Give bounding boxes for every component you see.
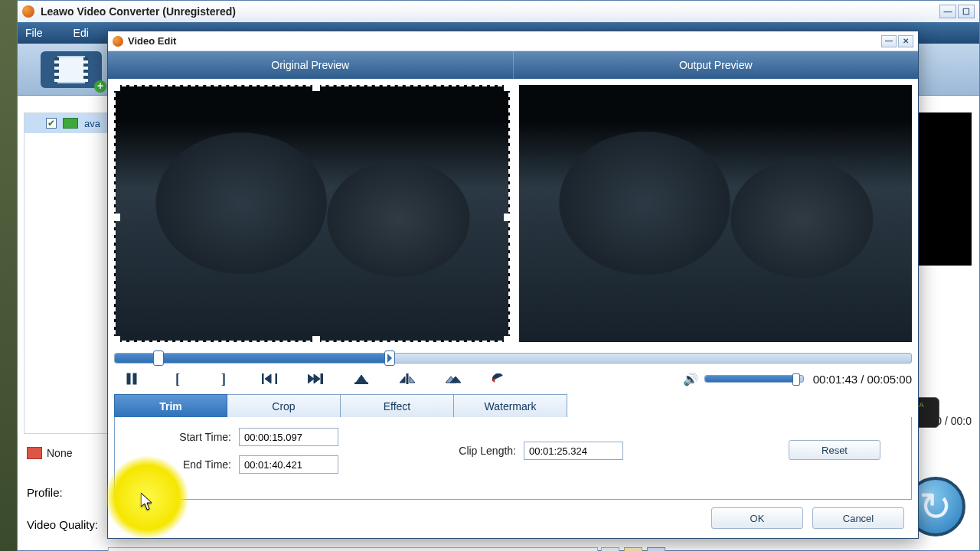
thumbnail-icon (63, 118, 78, 129)
app-title: Leawo Video Converter (Unregistered) (41, 5, 236, 18)
maximize-button[interactable]: ☐ (958, 5, 975, 18)
crop-handle[interactable] (113, 83, 120, 91)
crop-handle[interactable] (312, 83, 320, 91)
end-time-input[interactable] (239, 455, 338, 474)
original-preview-label: Original Preview (108, 51, 513, 79)
minimize-button[interactable]: — (939, 5, 956, 18)
original-preview[interactable] (114, 85, 510, 342)
menu-file[interactable]: File (25, 27, 43, 39)
video-frame (116, 86, 508, 341)
output-preview-label: Output Preview (513, 51, 919, 79)
video-quality-label: Video Quality: (27, 518, 98, 531)
svg-rect-4 (276, 373, 277, 384)
svg-marker-10 (400, 377, 405, 383)
svg-rect-7 (321, 373, 323, 384)
svg-marker-6 (314, 374, 320, 383)
svg-rect-1 (133, 373, 136, 384)
trim-panel: Start Time: End Time: Clip Length: Reset (114, 417, 912, 500)
video-frame (519, 85, 912, 342)
timeline-slider[interactable] (114, 353, 912, 364)
tab-watermark[interactable]: Watermark (454, 394, 567, 417)
dialog-title-bar[interactable]: Video Edit — ✕ (108, 31, 918, 51)
playback-controls: [ ] 🔊 00:01:43 / 00:05:00 (108, 365, 918, 393)
preview-header: Original Preview Output Preview (108, 51, 918, 79)
file-name: ava (84, 118, 100, 129)
ok-button[interactable]: OK (711, 507, 803, 529)
subtitle-value: None (47, 447, 72, 459)
output-path-dropdown[interactable]: ▾ (601, 547, 619, 551)
film-icon (57, 56, 85, 83)
svg-marker-5 (308, 374, 314, 383)
profile-label: Profile: (27, 486, 63, 499)
browse-folder-button[interactable] (624, 547, 642, 551)
time-display: 00:01:43 / 00:05:00 (813, 373, 912, 386)
output-preview (519, 85, 912, 342)
crop-handle[interactable] (113, 336, 120, 344)
crop-handle[interactable] (504, 336, 511, 344)
dialog-minimize-button[interactable]: — (881, 35, 897, 47)
svg-marker-11 (410, 377, 415, 383)
dialog-close-button[interactable]: ✕ (898, 35, 913, 47)
dialog-icon (113, 36, 123, 47)
output-path-field[interactable]: C:\Users\Johnny-M\Documents\Leawo\Video … (108, 547, 598, 551)
snapshot-button[interactable] (344, 369, 379, 389)
crop-handle[interactable] (504, 83, 511, 91)
app-icon (22, 5, 34, 18)
svg-rect-12 (407, 373, 408, 384)
start-time-label: Start Time: (158, 431, 231, 443)
cancel-button[interactable]: Cancel (812, 507, 904, 529)
menu-edit[interactable]: Edi (74, 27, 89, 39)
title-bar[interactable]: Leawo Video Converter (Unregistered) — ☐ (18, 1, 979, 22)
flip-horizontal-button[interactable] (390, 369, 425, 389)
tab-trim[interactable]: Trim (114, 394, 227, 417)
add-video-button[interactable]: + (41, 51, 102, 88)
tab-crop[interactable]: Crop (227, 394, 341, 417)
tab-effect[interactable]: Effect (341, 394, 454, 417)
svg-marker-3 (265, 374, 271, 383)
clip-length-input[interactable] (524, 442, 623, 460)
svg-rect-0 (127, 373, 130, 384)
playhead-handle[interactable] (384, 350, 395, 366)
svg-rect-9 (354, 383, 368, 384)
trim-start-handle[interactable] (153, 350, 164, 366)
plus-icon: + (94, 80, 106, 93)
svg-rect-2 (262, 373, 263, 384)
reset-button[interactable]: Reset (789, 440, 880, 460)
prev-frame-button[interactable] (252, 369, 287, 389)
dialog-title: Video Edit (128, 35, 176, 47)
pause-button[interactable] (114, 369, 149, 389)
set-start-button[interactable]: [ (160, 369, 195, 389)
checkbox-icon[interactable]: ✔ (46, 118, 57, 129)
flip-vertical-button[interactable] (436, 369, 471, 389)
edit-tabs: Trim Crop Effect Watermark (114, 394, 912, 417)
start-time-input[interactable] (239, 428, 338, 446)
crop-handle[interactable] (113, 214, 120, 221)
svg-marker-8 (356, 375, 367, 383)
volume-slider[interactable] (704, 375, 804, 383)
subtitle-badge-icon (27, 447, 42, 459)
video-edit-dialog: Video Edit — ✕ Original Preview Output P… (107, 31, 919, 539)
crop-handle[interactable] (312, 336, 320, 344)
clip-length-label: Clip Length: (439, 445, 516, 457)
side-time-counter: 0 / 00:0 (936, 415, 972, 427)
subtitle-row[interactable]: None (27, 443, 72, 463)
open-folder-button[interactable] (647, 547, 665, 551)
next-frame-button[interactable] (298, 369, 333, 389)
end-time-label: End Time: (158, 458, 231, 471)
volume-thumb[interactable] (792, 373, 800, 386)
volume-icon[interactable]: 🔊 (683, 372, 698, 386)
set-end-button[interactable]: ] (206, 369, 241, 389)
undo-button[interactable] (482, 369, 517, 389)
crop-handle[interactable] (504, 214, 511, 221)
